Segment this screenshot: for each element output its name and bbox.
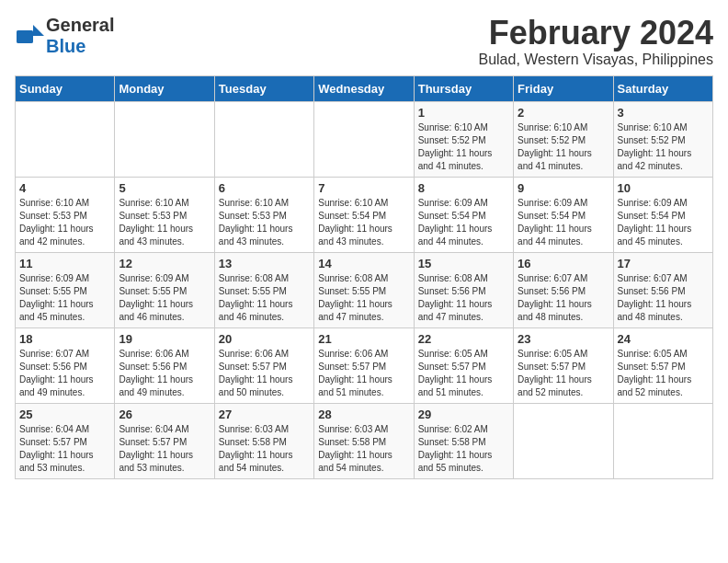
calendar-cell: 17Sunrise: 6:07 AMSunset: 5:56 PMDayligh…: [613, 252, 712, 327]
calendar-cell: 22Sunrise: 6:05 AMSunset: 5:57 PMDayligh…: [414, 327, 513, 403]
week-row-0: 1Sunrise: 6:10 AMSunset: 5:52 PMDaylight…: [16, 101, 713, 177]
day-info: Sunrise: 6:04 AMSunset: 5:57 PMDaylight:…: [19, 423, 110, 475]
header: General Blue February 2024 Bulad, Wester…: [15, 15, 713, 68]
day-info: Sunrise: 6:07 AMSunset: 5:56 PMDaylight:…: [19, 348, 110, 399]
calendar-cell: 29Sunrise: 6:02 AMSunset: 5:58 PMDayligh…: [414, 403, 513, 478]
calendar-cell: 27Sunrise: 6:03 AMSunset: 5:58 PMDayligh…: [214, 403, 313, 478]
day-number: 21: [318, 332, 409, 346]
day-number: 16: [518, 257, 609, 270]
logo: General Blue: [15, 15, 114, 57]
day-number: 17: [618, 257, 709, 270]
calendar-cell: 21Sunrise: 6:06 AMSunset: 5:57 PMDayligh…: [314, 327, 414, 403]
header-day-sunday: Sunday: [16, 75, 115, 101]
calendar-cell: 15Sunrise: 6:08 AMSunset: 5:56 PMDayligh…: [414, 252, 513, 327]
day-number: 28: [318, 408, 409, 421]
day-info: Sunrise: 6:08 AMSunset: 5:56 PMDaylight:…: [418, 272, 509, 324]
day-number: 1: [418, 106, 509, 120]
day-info: Sunrise: 6:09 AMSunset: 5:55 PMDaylight:…: [19, 272, 110, 324]
calendar-cell: [314, 101, 414, 177]
day-info: Sunrise: 6:10 AMSunset: 5:53 PMDaylight:…: [219, 197, 310, 248]
calendar-cell: 6Sunrise: 6:10 AMSunset: 5:53 PMDaylight…: [214, 177, 313, 252]
calendar-cell: 16Sunrise: 6:07 AMSunset: 5:56 PMDayligh…: [514, 252, 613, 327]
day-info: Sunrise: 6:10 AMSunset: 5:52 PMDaylight:…: [518, 121, 609, 173]
day-info: Sunrise: 6:10 AMSunset: 5:54 PMDaylight:…: [318, 197, 409, 248]
day-number: 10: [618, 181, 709, 195]
svg-marker-1: [33, 25, 44, 36]
calendar-cell: 20Sunrise: 6:06 AMSunset: 5:57 PMDayligh…: [214, 327, 313, 403]
day-info: Sunrise: 6:10 AMSunset: 5:52 PMDaylight:…: [418, 121, 509, 173]
week-row-1: 4Sunrise: 6:10 AMSunset: 5:53 PMDaylight…: [16, 177, 713, 252]
day-number: 7: [318, 181, 409, 195]
day-info: Sunrise: 6:07 AMSunset: 5:56 PMDaylight:…: [518, 272, 609, 324]
day-number: 9: [518, 181, 609, 195]
day-info: Sunrise: 6:09 AMSunset: 5:54 PMDaylight:…: [418, 197, 509, 248]
day-info: Sunrise: 6:10 AMSunset: 5:52 PMDaylight:…: [618, 121, 709, 173]
calendar-cell: 13Sunrise: 6:08 AMSunset: 5:55 PMDayligh…: [214, 252, 313, 327]
day-number: 26: [119, 408, 210, 421]
day-info: Sunrise: 6:04 AMSunset: 5:57 PMDaylight:…: [119, 423, 210, 475]
day-number: 27: [219, 408, 310, 421]
calendar-cell: 18Sunrise: 6:07 AMSunset: 5:56 PMDayligh…: [16, 327, 115, 403]
calendar-cell: 23Sunrise: 6:05 AMSunset: 5:57 PMDayligh…: [514, 327, 613, 403]
calendar-cell: 2Sunrise: 6:10 AMSunset: 5:52 PMDaylight…: [514, 101, 613, 177]
day-info: Sunrise: 6:03 AMSunset: 5:58 PMDaylight:…: [219, 423, 310, 475]
calendar-header: SundayMondayTuesdayWednesdayThursdayFrid…: [16, 75, 713, 101]
page-title: February 2024: [478, 15, 713, 52]
day-number: 29: [418, 408, 509, 421]
day-info: Sunrise: 6:07 AMSunset: 5:56 PMDaylight:…: [618, 272, 709, 324]
logo-line2: Blue: [46, 36, 114, 57]
calendar: SundayMondayTuesdayWednesdayThursdayFrid…: [15, 75, 713, 479]
day-info: Sunrise: 6:09 AMSunset: 5:55 PMDaylight:…: [119, 272, 210, 324]
title-area: February 2024 Bulad, Western Visayas, Ph…: [478, 15, 713, 68]
day-number: 4: [19, 181, 110, 195]
week-row-2: 11Sunrise: 6:09 AMSunset: 5:55 PMDayligh…: [16, 252, 713, 327]
logo-icon: [15, 21, 44, 51]
page-subtitle: Bulad, Western Visayas, Philippines: [478, 52, 713, 68]
day-info: Sunrise: 6:05 AMSunset: 5:57 PMDaylight:…: [518, 348, 609, 399]
header-row: SundayMondayTuesdayWednesdayThursdayFrid…: [16, 75, 713, 101]
week-row-3: 18Sunrise: 6:07 AMSunset: 5:56 PMDayligh…: [16, 327, 713, 403]
day-number: 11: [19, 257, 110, 270]
calendar-cell: 11Sunrise: 6:09 AMSunset: 5:55 PMDayligh…: [16, 252, 115, 327]
day-number: 13: [219, 257, 310, 270]
header-day-thursday: Thursday: [414, 75, 513, 101]
day-number: 8: [418, 181, 509, 195]
calendar-cell: 26Sunrise: 6:04 AMSunset: 5:57 PMDayligh…: [115, 403, 214, 478]
calendar-cell: [16, 101, 115, 177]
day-number: 24: [618, 332, 709, 346]
calendar-cell: 7Sunrise: 6:10 AMSunset: 5:54 PMDaylight…: [314, 177, 414, 252]
day-number: 5: [119, 181, 210, 195]
calendar-cell: [613, 403, 712, 478]
week-row-4: 25Sunrise: 6:04 AMSunset: 5:57 PMDayligh…: [16, 403, 713, 478]
day-number: 2: [518, 106, 609, 120]
header-day-friday: Friday: [514, 75, 613, 101]
svg-rect-2: [17, 30, 33, 43]
calendar-cell: 24Sunrise: 6:05 AMSunset: 5:57 PMDayligh…: [613, 327, 712, 403]
calendar-cell: 25Sunrise: 6:04 AMSunset: 5:57 PMDayligh…: [16, 403, 115, 478]
calendar-cell: [115, 101, 214, 177]
calendar-cell: [214, 101, 313, 177]
day-info: Sunrise: 6:10 AMSunset: 5:53 PMDaylight:…: [119, 197, 210, 248]
day-number: 6: [219, 181, 310, 195]
calendar-cell: [514, 403, 613, 478]
calendar-cell: 3Sunrise: 6:10 AMSunset: 5:52 PMDaylight…: [613, 101, 712, 177]
calendar-cell: 14Sunrise: 6:08 AMSunset: 5:55 PMDayligh…: [314, 252, 414, 327]
header-day-wednesday: Wednesday: [314, 75, 414, 101]
day-info: Sunrise: 6:05 AMSunset: 5:57 PMDaylight:…: [618, 348, 709, 399]
calendar-cell: 19Sunrise: 6:06 AMSunset: 5:56 PMDayligh…: [115, 327, 214, 403]
day-number: 15: [418, 257, 509, 270]
day-info: Sunrise: 6:06 AMSunset: 5:56 PMDaylight:…: [119, 348, 210, 399]
day-info: Sunrise: 6:02 AMSunset: 5:58 PMDaylight:…: [418, 423, 509, 475]
day-number: 19: [119, 332, 210, 346]
day-number: 3: [618, 106, 709, 120]
day-number: 18: [19, 332, 110, 346]
calendar-cell: 4Sunrise: 6:10 AMSunset: 5:53 PMDaylight…: [16, 177, 115, 252]
day-info: Sunrise: 6:10 AMSunset: 5:53 PMDaylight:…: [19, 197, 110, 248]
day-number: 22: [418, 332, 509, 346]
calendar-body: 1Sunrise: 6:10 AMSunset: 5:52 PMDaylight…: [16, 101, 713, 478]
day-number: 12: [119, 257, 210, 270]
day-info: Sunrise: 6:09 AMSunset: 5:54 PMDaylight:…: [618, 197, 709, 248]
calendar-cell: 1Sunrise: 6:10 AMSunset: 5:52 PMDaylight…: [414, 101, 513, 177]
day-number: 20: [219, 332, 310, 346]
day-info: Sunrise: 6:08 AMSunset: 5:55 PMDaylight:…: [219, 272, 310, 324]
